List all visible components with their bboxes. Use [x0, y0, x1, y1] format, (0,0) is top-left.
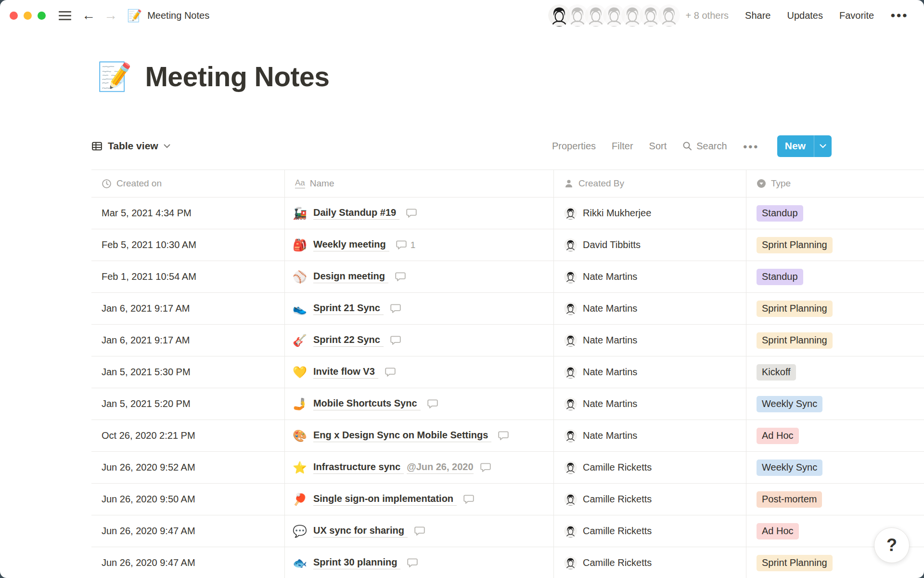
cell-name[interactable]: 💛 Invite flow V3 — [284, 356, 553, 388]
cell-created-by[interactable]: Camille Ricketts — [553, 484, 746, 515]
page-link[interactable]: Weekly meeting — [313, 239, 389, 251]
more-options-icon[interactable]: ●●● — [890, 11, 908, 20]
cell-type[interactable]: Standup — [746, 197, 924, 229]
new-button-label[interactable]: New — [777, 135, 814, 157]
cell-name[interactable]: 🎨 Eng x Design Sync on Mobile Settings — [284, 420, 553, 451]
cell-created-by[interactable]: Camille Ricketts — [553, 547, 746, 578]
type-badge[interactable]: Sprint Planning — [757, 555, 833, 571]
cell-name[interactable]: 🐟 Sprint 30 planning — [284, 547, 553, 578]
cell-created-on[interactable]: Feb 5, 2021 10:30 AM — [91, 229, 284, 261]
filter-button[interactable]: Filter — [612, 141, 633, 152]
table-row[interactable]: Feb 1, 2021 10:54 AM ⚾ Design meeting Na… — [91, 261, 924, 293]
table-row[interactable]: Jun 26, 2020 9:47 AM 🐟 Sprint 30 plannin… — [91, 547, 924, 578]
page-link[interactable]: Daily Standup #19 — [313, 207, 399, 220]
cell-created-on[interactable]: Feb 1, 2021 10:54 AM — [91, 261, 284, 292]
cell-created-on[interactable]: Mar 5, 2021 4:34 PM — [91, 197, 284, 229]
new-button[interactable]: New — [777, 135, 832, 157]
cell-type[interactable]: Sprint Planning — [746, 229, 924, 261]
cell-created-by[interactable]: Camille Ricketts — [553, 515, 746, 547]
type-badge[interactable]: Standup — [757, 269, 803, 285]
cell-name[interactable]: 🤳 Mobile Shortcuts Sync — [284, 388, 553, 420]
cell-created-by[interactable]: Nate Martins — [553, 388, 746, 420]
column-header-created-by[interactable]: Created By — [553, 170, 746, 197]
cell-created-on[interactable]: Jun 26, 2020 9:50 AM — [91, 484, 284, 515]
breadcrumb-page-title[interactable]: Meeting Notes — [147, 10, 209, 21]
cell-name[interactable]: 🎒 Weekly meeting 1 — [284, 229, 553, 261]
back-arrow-icon[interactable]: ← — [82, 9, 95, 22]
type-badge[interactable]: Weekly Sync — [757, 460, 822, 476]
cell-created-on[interactable]: Oct 26, 2020 2:21 PM — [91, 420, 284, 451]
table-row[interactable]: Jan 5, 2021 5:20 PM 🤳 Mobile Shortcuts S… — [91, 388, 924, 420]
favorite-button[interactable]: Favorite — [839, 10, 874, 21]
cell-created-on[interactable]: Jan 5, 2021 5:30 PM — [91, 356, 284, 388]
close-window-button[interactable] — [10, 12, 18, 20]
cell-name[interactable]: ⭐ Infrastructure sync @Jun 26, 2020 — [284, 452, 553, 483]
cell-type[interactable]: Weekly Sync — [746, 452, 924, 483]
properties-button[interactable]: Properties — [552, 141, 596, 152]
cell-created-on[interactable]: Jan 6, 2021 9:17 AM — [91, 325, 284, 356]
page-link[interactable]: Sprint 22 Sync — [313, 334, 384, 347]
forward-arrow-icon[interactable]: → — [104, 9, 117, 22]
share-button[interactable]: Share — [745, 10, 770, 21]
type-badge[interactable]: Post-mortem — [757, 491, 822, 508]
help-button[interactable]: ? — [874, 527, 910, 563]
table-row[interactable]: Jan 6, 2021 9:17 AM 👟 Sprint 21 Sync Nat… — [91, 293, 924, 325]
collaborator-avatars[interactable] — [548, 4, 680, 26]
page-link[interactable]: Single sign-on implementation — [313, 493, 457, 506]
minimize-window-button[interactable] — [24, 12, 32, 20]
table-row[interactable]: Jun 26, 2020 9:52 AM ⭐ Infrastructure sy… — [91, 452, 924, 484]
cell-type[interactable]: Standup — [746, 261, 924, 292]
new-button-caret[interactable] — [814, 135, 832, 157]
page-link[interactable]: Mobile Shortcuts Sync — [313, 398, 421, 410]
type-badge[interactable]: Weekly Sync — [757, 396, 822, 412]
cell-type[interactable]: Sprint Planning — [746, 325, 924, 356]
date-mention[interactable]: @Jun 26, 2020 — [407, 461, 473, 474]
page-link[interactable]: Eng x Design Sync on Mobile Settings — [313, 430, 491, 442]
cell-created-by[interactable]: Camille Ricketts — [553, 452, 746, 483]
cell-name[interactable]: 🏓 Single sign-on implementation — [284, 484, 553, 515]
cell-created-by[interactable]: Nate Martins — [553, 261, 746, 292]
collaborators-overflow-count[interactable]: + 8 others — [686, 10, 729, 21]
collaborator-avatar[interactable] — [658, 4, 680, 26]
cell-created-by[interactable]: Nate Martins — [553, 293, 746, 324]
table-row[interactable]: Feb 5, 2021 10:30 AM 🎒 Weekly meeting 1 … — [91, 229, 924, 261]
search-button[interactable]: Search — [682, 141, 727, 152]
page-link[interactable]: Sprint 21 Sync — [313, 302, 384, 315]
cell-created-by[interactable]: Nate Martins — [553, 356, 746, 388]
page-title[interactable]: Meeting Notes — [145, 61, 329, 92]
cell-created-on[interactable]: Jan 6, 2021 9:17 AM — [91, 293, 284, 324]
page-link[interactable]: UX sync for sharing — [313, 525, 408, 538]
tab-table-view[interactable]: Table view — [91, 140, 170, 152]
table-row[interactable]: Mar 5, 2021 4:34 PM 🚂 Daily Standup #19 … — [91, 197, 924, 229]
cell-name[interactable]: 🚂 Daily Standup #19 — [284, 197, 553, 229]
cell-created-on[interactable]: Jun 26, 2020 9:52 AM — [91, 452, 284, 483]
cell-type[interactable]: Weekly Sync — [746, 388, 924, 420]
type-badge[interactable]: Sprint Planning — [757, 301, 833, 317]
zoom-window-button[interactable] — [38, 12, 46, 20]
cell-type[interactable]: Kickoff — [746, 356, 924, 388]
cell-created-on[interactable]: Jun 26, 2020 9:47 AM — [91, 515, 284, 547]
table-row[interactable]: Jun 26, 2020 9:50 AM 🏓 Single sign-on im… — [91, 484, 924, 515]
cell-created-by[interactable]: Nate Martins — [553, 420, 746, 451]
type-badge[interactable]: Sprint Planning — [757, 332, 833, 349]
cell-created-by[interactable]: Rikki Mukherjee — [553, 197, 746, 229]
page-emoji[interactable]: 📝 — [97, 63, 132, 91]
sidebar-toggle-icon[interactable] — [59, 11, 71, 20]
sort-button[interactable]: Sort — [649, 141, 667, 152]
cell-type[interactable]: Post-mortem — [746, 484, 924, 515]
cell-created-by[interactable]: Nate Martins — [553, 325, 746, 356]
type-badge[interactable]: Kickoff — [757, 364, 796, 381]
cell-type[interactable]: Sprint Planning — [746, 293, 924, 324]
table-row[interactable]: Jan 5, 2021 5:30 PM 💛 Invite flow V3 Nat… — [91, 356, 924, 388]
page-link[interactable]: Invite flow V3 — [313, 366, 378, 379]
cell-name[interactable]: ⚾ Design meeting — [284, 261, 553, 292]
cell-name[interactable]: 💬 UX sync for sharing — [284, 515, 553, 547]
updates-button[interactable]: Updates — [787, 10, 823, 21]
page-link[interactable]: Sprint 30 planning — [313, 557, 400, 569]
table-row[interactable]: Jan 6, 2021 9:17 AM 🎸 Sprint 22 Sync Nat… — [91, 325, 924, 356]
table-row[interactable]: Jun 26, 2020 9:47 AM 💬 UX sync for shari… — [91, 515, 924, 547]
type-badge[interactable]: Ad Hoc — [757, 523, 799, 539]
page-link[interactable]: Design meeting — [313, 271, 388, 283]
type-badge[interactable]: Sprint Planning — [757, 237, 833, 253]
type-badge[interactable]: Ad Hoc — [757, 428, 799, 444]
